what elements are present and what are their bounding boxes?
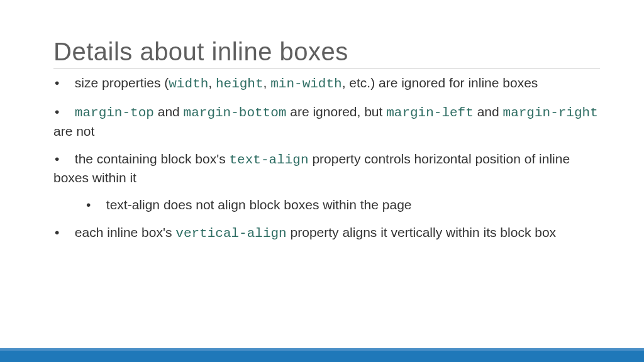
- text: and: [154, 104, 184, 119]
- slide-title: Details about inline boxes: [53, 38, 600, 69]
- code-width: width: [169, 77, 208, 91]
- slide: Details about inline boxes size properti…: [0, 0, 644, 243]
- sub-bullet-item-1: text-align does not align block boxes wi…: [86, 196, 600, 214]
- code-margin-right: margin-right: [503, 106, 598, 120]
- code-vertical-align: vertical-align: [175, 226, 286, 241]
- bullet-item-1: size properties (width, height, min-widt…: [53, 74, 600, 93]
- code-min-width: min-width: [270, 77, 341, 91]
- text: each inline box's: [75, 225, 175, 239]
- bullet-item-2: margin-top and margin-bottom are ignored…: [53, 103, 600, 140]
- text: and: [474, 104, 503, 119]
- text: are ignored, but: [286, 104, 386, 119]
- text: size properties (: [75, 75, 169, 90]
- code-text-align: text-align: [230, 153, 309, 167]
- bullet-list: size properties (width, height, min-widt…: [53, 74, 600, 243]
- sub-bullet-list: text-align does not align block boxes wi…: [86, 196, 600, 214]
- footer-accent-bar: [0, 348, 644, 362]
- text: ,: [264, 75, 271, 90]
- bullet-item-3: the containing block box's text-align pr…: [53, 150, 600, 214]
- code-margin-bottom: margin-bottom: [184, 106, 287, 120]
- code-margin-left: margin-left: [386, 106, 474, 120]
- text: property aligns it vertically within its…: [287, 225, 556, 239]
- text: , etc.) are ignored for inline boxes: [342, 75, 538, 90]
- text: are not: [53, 124, 94, 138]
- text: text-align does not align block boxes wi…: [106, 197, 412, 212]
- code-height: height: [216, 77, 264, 91]
- code-margin-top: margin-top: [75, 106, 154, 120]
- text: the containing block box's: [75, 151, 230, 166]
- footer-accent-main: [0, 351, 644, 362]
- text: ,: [208, 75, 216, 90]
- bullet-item-4: each inline box's vertical-align propert…: [53, 224, 600, 243]
